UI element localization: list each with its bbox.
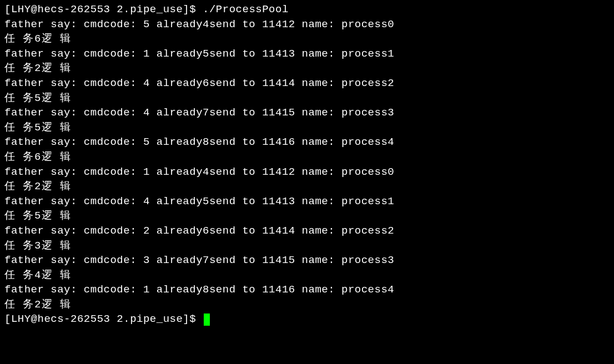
task-output-line: 任 务2逻 辑 <box>4 179 610 194</box>
prompt-text-1: [LHY@hecs-262553 2.pipe_use]$ <box>4 2 203 17</box>
task-output-line: 任 务4逻 辑 <box>4 268 610 283</box>
father-output-line: father say: cmdcode: 1 already8send to 1… <box>4 282 610 297</box>
command-text: ./ProcessPool <box>203 2 289 17</box>
task-output-line: 任 务6逻 辑 <box>4 32 610 47</box>
task-output-line: 任 务6逻 辑 <box>4 150 610 165</box>
father-output-line: father say: cmdcode: 5 already8send to 1… <box>4 135 610 150</box>
father-output-line: father say: cmdcode: 5 already4send to 1… <box>4 17 610 32</box>
father-output-line: father say: cmdcode: 3 already7send to 1… <box>4 253 610 268</box>
father-output-line: father say: cmdcode: 2 already6send to 1… <box>4 224 610 239</box>
prompt-text-2: [LHY@hecs-262553 2.pipe_use]$ <box>4 312 203 327</box>
task-output-line: 任 务3逻 辑 <box>4 239 610 254</box>
task-output-line: 任 务5逻 辑 <box>4 209 610 224</box>
prompt-line-2[interactable]: [LHY@hecs-262553 2.pipe_use]$ <box>4 312 610 327</box>
father-output-line: father say: cmdcode: 4 already6send to 1… <box>4 76 610 91</box>
prompt-line-1: [LHY@hecs-262553 2.pipe_use]$ ./ProcessP… <box>4 2 610 17</box>
task-output-line: 任 务5逻 辑 <box>4 120 610 135</box>
father-output-line: father say: cmdcode: 1 already4send to 1… <box>4 165 610 180</box>
father-output-line: father say: cmdcode: 4 already5send to 1… <box>4 194 610 209</box>
father-output-line: father say: cmdcode: 1 already5send to 1… <box>4 47 610 62</box>
father-output-line: father say: cmdcode: 4 already7send to 1… <box>4 105 610 120</box>
task-output-line: 任 务2逻 辑 <box>4 61 610 76</box>
output-container: father say: cmdcode: 5 already4send to 1… <box>4 17 610 312</box>
cursor-icon <box>204 314 210 326</box>
task-output-line: 任 务2逻 辑 <box>4 297 610 312</box>
task-output-line: 任 务5逻 辑 <box>4 91 610 106</box>
